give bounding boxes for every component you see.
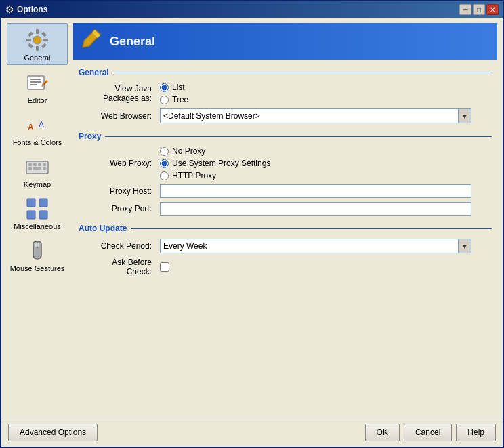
- svg-rect-1: [36, 29, 39, 34]
- mouse-icon: [25, 239, 49, 263]
- cancel-button[interactable]: Cancel: [404, 424, 452, 441]
- ask-before-label: Ask Before Check:: [85, 258, 160, 277]
- sidebar-item-miscellaneous[interactable]: Miscellaneous: [7, 192, 68, 233]
- general-section: General View Java Packages as: List Tree: [79, 68, 492, 123]
- misc-icon: [25, 197, 49, 221]
- ask-before-row: Ask Before Check:: [79, 258, 492, 277]
- sidebar-label-mouse: Mouse Gestures: [10, 264, 65, 272]
- ok-button[interactable]: OK: [365, 424, 400, 441]
- window-body: General Editor: [1, 18, 503, 418]
- no-proxy-label: No Proxy: [172, 146, 205, 156]
- keymap-icon: [25, 155, 49, 179]
- view-packages-controls: List Tree: [160, 83, 188, 104]
- radio-http-proxy[interactable]: [160, 171, 169, 180]
- svg-rect-7: [28, 43, 33, 49]
- svg-rect-8: [41, 43, 47, 49]
- http-proxy-label: HTTP Proxy: [172, 171, 216, 180]
- sidebar-label-editor: Editor: [28, 96, 47, 104]
- system-proxy-label: Use System Proxy Settings: [172, 159, 270, 168]
- radio-tree-label: Tree: [172, 95, 188, 104]
- web-browser-label: Web Browser:: [85, 111, 160, 121]
- sidebar-label-fonts: Fonts & Colors: [13, 138, 62, 146]
- proxy-port-row: Proxy Port:: [79, 202, 492, 216]
- svg-rect-21: [28, 167, 32, 170]
- svg-rect-20: [43, 163, 46, 166]
- svg-rect-25: [39, 199, 47, 207]
- svg-rect-2: [36, 46, 39, 51]
- minimize-button[interactable]: ─: [459, 4, 471, 15]
- check-period-label: Check Period:: [85, 241, 160, 251]
- title-controls: ─ □ ✕: [459, 4, 499, 15]
- svg-text:A: A: [28, 123, 34, 132]
- proxy-radio-controls: No Proxy Use System Proxy Settings HTTP …: [160, 146, 270, 180]
- general-section-header: General: [79, 68, 492, 77]
- radio-list[interactable]: [160, 83, 169, 92]
- main-content: General General View Java Packages as: L: [73, 23, 497, 412]
- maximize-button[interactable]: □: [473, 4, 485, 15]
- svg-rect-27: [39, 211, 47, 219]
- svg-rect-22: [33, 167, 41, 170]
- close-button[interactable]: ✕: [486, 4, 499, 15]
- fonts-icon: A A: [25, 113, 49, 137]
- svg-point-0: [33, 36, 41, 44]
- sidebar-item-keymap[interactable]: Keymap: [7, 150, 68, 191]
- title-bar: ⚙ Options ─ □ ✕: [1, 1, 503, 18]
- http-proxy-row: HTTP Proxy: [160, 171, 270, 180]
- view-packages-row: View Java Packages as: List Tree: [79, 83, 492, 104]
- svg-rect-24: [27, 199, 35, 207]
- radio-no-proxy[interactable]: [160, 147, 169, 156]
- proxy-host-row: Proxy Host:: [79, 184, 492, 198]
- general-icon: [25, 28, 49, 52]
- sidebar-label-keymap: Keymap: [24, 180, 51, 188]
- sidebar-item-editor[interactable]: Editor: [7, 66, 68, 107]
- radio-list-label: List: [172, 83, 185, 92]
- sidebar-item-fonts[interactable]: A A Fonts & Colors: [7, 108, 68, 149]
- svg-rect-23: [43, 167, 46, 170]
- proxy-port-input[interactable]: [160, 202, 471, 216]
- sidebar-item-general[interactable]: General: [7, 23, 68, 65]
- svg-rect-4: [43, 39, 48, 41]
- svg-rect-26: [27, 211, 35, 219]
- window-title: Options: [17, 5, 47, 14]
- help-button[interactable]: Help: [456, 424, 496, 441]
- proxy-section-header: Proxy: [79, 131, 492, 141]
- radio-tree[interactable]: [160, 96, 169, 104]
- system-proxy-row: Use System Proxy Settings: [160, 159, 270, 168]
- auto-update-section-header: Auto Update: [79, 224, 492, 233]
- radio-tree-row: Tree: [160, 95, 188, 104]
- web-browser-row: Web Browser: <Default System Browser> ▼: [79, 108, 492, 123]
- sidebar-label-misc: Miscellaneous: [14, 222, 61, 230]
- ask-before-checkbox[interactable]: [160, 262, 169, 272]
- browser-select[interactable]: <Default System Browser>: [160, 108, 471, 123]
- proxy-section: Proxy Web Proxy: No Proxy Use System Pro…: [79, 131, 492, 216]
- svg-text:A: A: [39, 120, 44, 129]
- sidebar: General Editor: [7, 23, 68, 412]
- content-area: General View Java Packages as: List Tree: [73, 65, 497, 412]
- editor-icon: [25, 70, 49, 95]
- header-bar: General: [73, 23, 497, 60]
- auto-update-section: Auto Update Check Period: Every Week Eve…: [79, 224, 492, 277]
- radio-system-proxy[interactable]: [160, 159, 169, 168]
- svg-rect-18: [33, 163, 37, 166]
- svg-rect-17: [28, 163, 32, 166]
- check-period-row: Check Period: Every Week Every Day Never…: [79, 239, 492, 253]
- radio-list-row: List: [160, 83, 188, 92]
- svg-rect-5: [28, 32, 33, 37]
- bottom-right-buttons: OK Cancel Help: [365, 424, 496, 441]
- svg-rect-3: [26, 39, 31, 41]
- sidebar-item-mouse[interactable]: Mouse Gestures: [7, 235, 68, 275]
- bottom-bar: Advanced Options OK Cancel Help: [1, 418, 503, 447]
- sidebar-label-general: General: [24, 54, 50, 62]
- no-proxy-row: No Proxy: [160, 146, 270, 156]
- svg-rect-19: [38, 163, 41, 166]
- options-window: ⚙ Options ─ □ ✕: [0, 0, 504, 448]
- advanced-options-button[interactable]: Advanced Options: [8, 424, 98, 441]
- check-period-select[interactable]: Every Week Every Day Never: [160, 239, 471, 253]
- svg-rect-9: [28, 76, 44, 89]
- proxy-host-input[interactable]: [160, 184, 471, 198]
- web-proxy-label: Web Proxy:: [85, 159, 160, 168]
- svg-rect-29: [35, 243, 39, 247]
- proxy-host-label: Proxy Host:: [85, 186, 160, 196]
- window-icon: ⚙: [5, 4, 14, 15]
- check-period-dropdown-container: Every Week Every Day Never ▼: [160, 239, 471, 253]
